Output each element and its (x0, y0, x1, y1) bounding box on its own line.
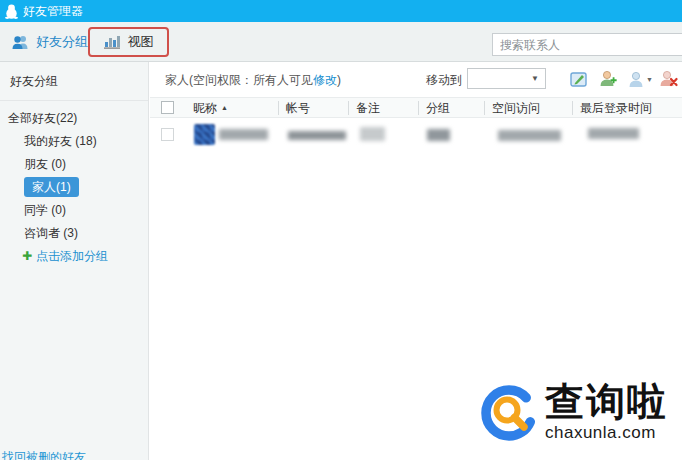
modify-permission-link[interactable]: 修改 (313, 73, 337, 87)
column-divider (278, 101, 279, 115)
content-area: 家人(空间权限：所有人可见修改) 移动到 ▼ (150, 62, 682, 460)
edit-groups-button[interactable] (569, 69, 589, 89)
sidebar-header: 好友分组 (0, 62, 148, 90)
delete-friend-button[interactable] (658, 69, 678, 89)
watermark-domain: chaxunla.com (545, 423, 668, 443)
delete-person-icon (659, 70, 678, 88)
sidebar-item-consultants[interactable]: 咨询者 (3) (0, 222, 148, 245)
censored-group-cell (427, 129, 450, 141)
move-to-dropdown[interactable]: ▼ (467, 68, 546, 89)
column-divider (348, 101, 349, 115)
selected-group-chip: 家人(1) (24, 177, 79, 197)
move-to-label: 移动到 (426, 72, 462, 89)
group-title-text: 家人(空间权限：所有人可见 (165, 73, 313, 87)
censored-last-login-cell (588, 128, 639, 139)
recover-deleted-friends-link[interactable]: 找回被删的好友 (2, 449, 86, 460)
chaxunla-watermark: 查询啦 chaxunla.com (481, 382, 668, 444)
group-list: 全部好友(22) 我的好友 (18) 朋友 (0) 家人(1) 同学 (0) 咨… (0, 101, 148, 268)
friend-actions-dropdown[interactable]: ▼ (627, 69, 653, 89)
sort-asc-icon: ▲ (221, 104, 228, 111)
column-header-nickname[interactable]: 昵称▲ (193, 100, 228, 117)
add-group-button[interactable]: ✚ 点击添加分组 (0, 245, 148, 268)
sidebar: 好友分组 全部好友(22) 我的好友 (18) 朋友 (0) 家人(1) 同学 … (0, 62, 149, 460)
view-button-highlight-annotation: 视图 (88, 27, 169, 57)
edit-icon (570, 71, 588, 88)
sidebar-item-classmates[interactable]: 同学 (0) (0, 199, 148, 222)
censored-account-cell (288, 131, 346, 140)
censored-space-access-cell (498, 130, 561, 141)
sidebar-item-family[interactable]: 家人(1) (0, 176, 148, 199)
sidebar-item-my-friends[interactable]: 我的好友 (18) (0, 130, 148, 153)
plus-icon: ✚ (22, 245, 32, 268)
column-header-group[interactable]: 分组 (426, 100, 450, 117)
column-divider (572, 101, 573, 115)
avatar (194, 124, 215, 145)
sidebar-item-friends[interactable]: 朋友 (0) (0, 153, 148, 176)
select-all-checkbox[interactable] (161, 101, 174, 114)
watermark-name: 查询啦 (545, 382, 668, 422)
group-title-close: ) (337, 73, 341, 87)
add-friend-button[interactable] (598, 69, 618, 89)
column-divider (418, 101, 419, 115)
content-header: 家人(空间权限：所有人可见修改) 移动到 ▼ (150, 62, 682, 97)
add-group-label: 点击添加分组 (36, 245, 108, 268)
view-label: 视图 (128, 33, 154, 51)
add-person-icon (599, 70, 618, 88)
qq-penguin-icon (5, 4, 18, 19)
column-header-account[interactable]: 帐号 (286, 100, 310, 117)
friend-manager-window: 好友管理器 好友分组 视图 (0, 0, 682, 460)
column-header-last-login[interactable]: 最后登录时间 (580, 100, 652, 117)
friend-groups-button[interactable]: 好友分组 (12, 31, 88, 53)
chaxunla-logo-icon (481, 384, 541, 444)
group-permission-title: 家人(空间权限：所有人可见修改) (165, 72, 341, 89)
toolbar: 好友分组 视图 (0, 22, 682, 62)
search-input[interactable] (492, 33, 682, 56)
sidebar-item-all-friends[interactable]: 全部好友(22) (0, 107, 148, 130)
watermark-text: 查询啦 chaxunla.com (545, 382, 668, 443)
people-icon (12, 35, 30, 50)
censored-note-cell (360, 127, 385, 141)
column-divider (484, 101, 485, 115)
dropdown-arrow-icon: ▼ (531, 74, 539, 83)
person-icon (627, 71, 645, 88)
table-row[interactable] (150, 119, 682, 151)
table-header: 昵称▲ 帐号 备注 分组 空间访问 最后登录时间 (150, 97, 682, 118)
titlebar: 好友管理器 (0, 0, 682, 22)
column-header-note[interactable]: 备注 (356, 100, 380, 117)
window-title: 好友管理器 (23, 3, 83, 20)
censored-nickname-cell (219, 129, 268, 140)
friend-groups-label: 好友分组 (36, 33, 88, 51)
column-header-space-access[interactable]: 空间访问 (492, 100, 540, 117)
dropdown-arrow-icon: ▼ (646, 76, 653, 83)
view-button[interactable]: 视图 (104, 33, 154, 51)
row-checkbox[interactable] (161, 128, 174, 141)
bar-chart-icon (104, 35, 120, 49)
